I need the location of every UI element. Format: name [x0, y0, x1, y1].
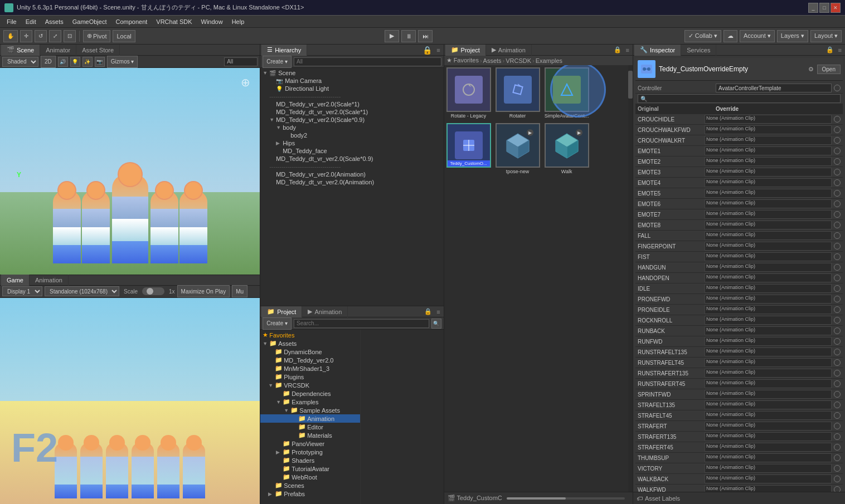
override-dot-20[interactable] [834, 327, 841, 334]
tree-item-dir-light[interactable]: 💡 Directional Light [260, 85, 443, 92]
menu-help[interactable]: Help [227, 17, 249, 26]
override-dot-24[interactable] [834, 370, 841, 376]
override-dot-6[interactable] [834, 179, 841, 186]
tree-md-teddy[interactable]: 📁 MD_Teddy_ver2.0 [260, 356, 360, 364]
asset-rotate-legacy[interactable]: Rotate - Legacy [446, 67, 491, 119]
tab-hierarchy[interactable]: ☰ Hierarchy [261, 45, 307, 56]
tree-mnmrshader[interactable]: 📁 MnMrShader1_3 [260, 364, 360, 373]
scene-effect-icon[interactable]: ✨ [82, 57, 93, 67]
override-dot-29[interactable] [834, 423, 841, 429]
override-row-11[interactable]: FALL None (Animation Clip) [635, 231, 843, 241]
project-search-icon[interactable]: 🔍 [431, 319, 441, 329]
tree-assets[interactable]: ▼ 📁 Assets [260, 339, 360, 348]
override-dot-26[interactable] [834, 391, 841, 398]
tree-item-main-camera[interactable]: 📷 Main Camera [260, 77, 443, 85]
override-row-17[interactable]: PRONEFWD None (Animation Clip) [635, 294, 843, 305]
tree-item-teddy-face[interactable]: MD_Teddy_face [260, 147, 443, 155]
rotate-tool-button[interactable]: ↺ [35, 30, 47, 42]
override-row-27[interactable]: STRAFELT135 None (Animation Clip) [635, 400, 843, 410]
tab-scene[interactable]: 🎬 Scene [1, 45, 40, 56]
menu-vrchatsdk[interactable]: VRChat SDK [152, 17, 196, 26]
tree-item-body[interactable]: ▼ body [260, 124, 443, 131]
override-row-9[interactable]: EMOTE7 None (Animation Clip) [635, 209, 843, 220]
override-row-31[interactable]: STRAFERT45 None (Animation Clip) [635, 442, 843, 453]
override-dot-31[interactable] [834, 444, 841, 451]
collab-button[interactable]: ✓ Collab ▾ [684, 30, 721, 42]
project-create-button[interactable]: Create ▾ [263, 317, 292, 330]
override-row-6[interactable]: EMOTE4 None (Animation Clip) [635, 178, 843, 188]
override-dot-23[interactable] [834, 359, 841, 366]
override-row-33[interactable]: VICTORY None (Animation Clip) [635, 463, 843, 474]
pivot-button[interactable]: ⊕ Pivot [83, 30, 110, 42]
project-search-input[interactable] [294, 319, 429, 328]
close-button[interactable]: ✕ [831, 3, 841, 13]
override-dot-32[interactable] [834, 454, 841, 461]
scene-camera-icon[interactable]: 📷 [95, 57, 105, 67]
tree-prototyping[interactable]: ▶ 📁 Prototyping [260, 448, 360, 456]
override-dot-22[interactable] [834, 349, 841, 355]
tab-game[interactable]: Game [1, 275, 30, 286]
override-row-13[interactable]: FIST None (Animation Clip) [635, 252, 843, 262]
override-row-29[interactable]: STRAFERT None (Animation Clip) [635, 421, 843, 432]
override-row-15[interactable]: HANDOPEN None (Animation Clip) [635, 273, 843, 283]
tree-materials[interactable]: 📁 Materials [260, 431, 360, 439]
tree-item-teddy-dt-1[interactable]: MD_Teddy_dt_vr_ver2.0(Scale*1) [260, 108, 443, 116]
breadcrumb-favorites[interactable]: ★ Favorites [446, 57, 479, 64]
menu-edit[interactable]: Edit [21, 17, 41, 26]
override-row-0[interactable]: CROUCHIDLE None (Animation Clip) [635, 114, 843, 125]
override-row-26[interactable]: SPRINTFWD None (Animation Clip) [635, 389, 843, 400]
override-dot-17[interactable] [834, 296, 841, 302]
menu-gameobject[interactable]: GameObject [68, 17, 111, 26]
account-button[interactable]: Account ▾ [740, 30, 775, 42]
tree-sample-assets[interactable]: ▼ 📁 Sample Assets [260, 406, 360, 414]
tree-item-teddy-vr-1[interactable]: MD_Teddy_vr_ver2.0(Scale*1) [260, 100, 443, 108]
override-row-8[interactable]: EMOTE6 None (Animation Clip) [635, 199, 843, 209]
tab-project-asset[interactable]: 📁 Project [445, 45, 486, 56]
shading-mode-select[interactable]: Shaded [2, 57, 38, 67]
mute-button[interactable]: Mu [232, 285, 247, 297]
override-row-1[interactable]: CROUCHWALKFWD None (Animation Clip) [635, 125, 843, 135]
override-row-24[interactable]: RUNSTRAFERT135 None (Animation Clip) [635, 368, 843, 379]
tab-project[interactable]: 📁 Project [261, 306, 302, 317]
menu-window[interactable]: Window [197, 17, 227, 26]
hierarchy-lock-icon[interactable]: 🔒 [420, 45, 434, 56]
asset-panel-lock-icon[interactable]: 🔒 [611, 45, 624, 55]
tree-panoviewer[interactable]: 📁 PanoViewer [260, 439, 360, 448]
tab-animator[interactable]: Animator [40, 45, 76, 56]
layout-button[interactable]: Layout ▾ [810, 30, 842, 42]
override-dot-10[interactable] [834, 222, 841, 228]
breadcrumb-assets[interactable]: Assets [483, 57, 502, 64]
asset-rotater[interactable]: Rotater [496, 67, 540, 119]
override-dot-25[interactable] [834, 380, 841, 387]
asset-walk[interactable]: ▶ Walk [545, 123, 589, 174]
asset-simple-avatar-controller[interactable]: SimpleAvatarCont... [545, 67, 589, 119]
override-dot-1[interactable] [834, 126, 841, 133]
hierarchy-search-input[interactable] [294, 57, 441, 66]
tree-plugins[interactable]: 📁 Plugins [260, 373, 360, 381]
hand-tool-button[interactable]: ✋ [3, 30, 18, 42]
minimize-button[interactable]: _ [808, 3, 818, 13]
scale-slider[interactable] [142, 287, 164, 295]
override-dot-33[interactable] [834, 465, 841, 472]
override-row-22[interactable]: RUNSTRAFELT135 None (Animation Clip) [635, 347, 843, 358]
override-row-28[interactable]: STRAFELT45 None (Animation Clip) [635, 410, 843, 421]
tab-animation-proj[interactable]: ▶ Animation [302, 306, 348, 317]
override-row-2[interactable]: CROUCHWALKRT None (Animation Clip) [635, 135, 843, 146]
tree-item-teddy-dt-09[interactable]: MD_Teddy_dt_vr_ver2.0(Scale*0.9) [260, 155, 443, 163]
display-select[interactable]: Display 1 [2, 286, 42, 296]
override-row-4[interactable]: EMOTE2 None (Animation Clip) [635, 156, 843, 167]
menu-file[interactable]: File [2, 17, 21, 26]
override-row-35[interactable]: WALKFWD None (Animation Clip) [635, 485, 843, 492]
override-dot-9[interactable] [834, 211, 841, 218]
override-row-32[interactable]: THUMBSUP None (Animation Clip) [635, 453, 843, 463]
override-row-3[interactable]: EMOTE1 None (Animation Clip) [635, 146, 843, 156]
override-row-21[interactable]: RUNFWD None (Animation Clip) [635, 336, 843, 347]
tab-animation-asset[interactable]: ▶ Animation [486, 45, 532, 56]
resolution-select[interactable]: Standalone (1024x768) [45, 286, 119, 296]
asset-scrollbar-thumb[interactable] [628, 71, 633, 99]
tree-item-teddy-vr-anim[interactable]: MD_Teddy_vr_ver2.0(Animation) [260, 170, 443, 178]
override-dot-13[interactable] [834, 253, 841, 260]
open-button[interactable]: Open [817, 65, 841, 74]
cloud-button[interactable]: ☁ [723, 30, 737, 42]
tab-inspector[interactable]: 🔧 Inspector [634, 45, 681, 56]
